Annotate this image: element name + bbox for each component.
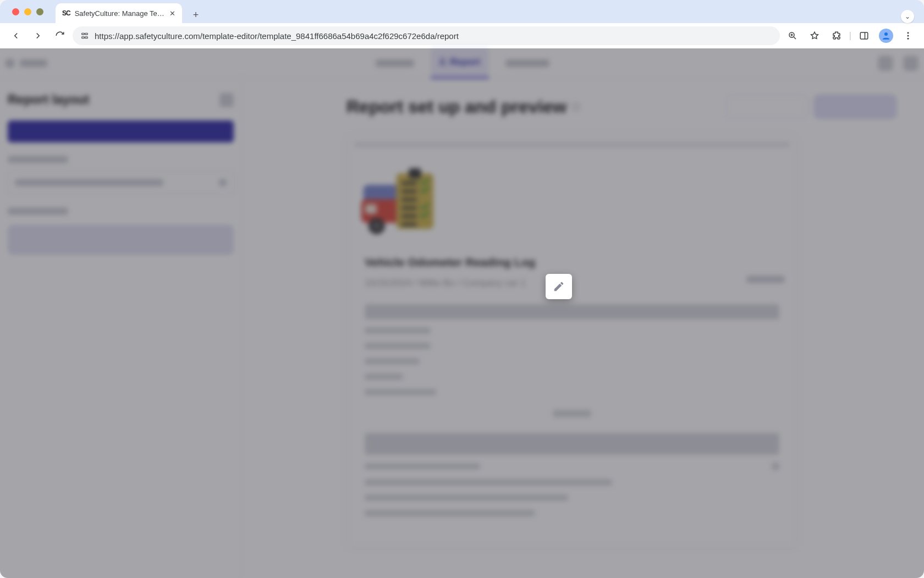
window-zoom-icon[interactable] bbox=[36, 8, 43, 15]
reload-button[interactable] bbox=[51, 26, 69, 45]
tab-title: SafetyCulture: Manage Teams and... bbox=[75, 9, 165, 18]
svg-rect-26 bbox=[402, 223, 417, 226]
url-text: https://app.safetyculture.com/template-e… bbox=[95, 31, 459, 41]
window-minimize-icon[interactable] bbox=[24, 8, 31, 15]
menu-icon[interactable] bbox=[899, 26, 917, 45]
svg-rect-24 bbox=[402, 206, 417, 210]
svg-rect-2 bbox=[82, 37, 85, 38]
extensions-icon[interactable] bbox=[827, 26, 846, 45]
header-action-1[interactable] bbox=[878, 56, 893, 71]
info-icon[interactable] bbox=[572, 103, 580, 111]
tab-close-icon[interactable]: ✕ bbox=[169, 9, 175, 18]
svg-rect-3 bbox=[85, 37, 88, 38]
page-title: Report set up and preview bbox=[346, 97, 566, 117]
sidebar-section-label bbox=[8, 156, 68, 163]
secondary-action-button[interactable] bbox=[726, 95, 809, 119]
step-report-label: 2. Report bbox=[439, 57, 480, 68]
svg-point-18 bbox=[373, 222, 380, 229]
favicon-icon: SC bbox=[62, 9, 70, 17]
chevron-down-icon bbox=[219, 179, 227, 186]
side-panel-icon[interactable] bbox=[855, 26, 873, 45]
back-button[interactable] bbox=[7, 26, 25, 45]
sidebar-collapse-icon[interactable] bbox=[219, 93, 234, 107]
primary-action-button[interactable] bbox=[814, 95, 897, 119]
svg-rect-16 bbox=[365, 205, 377, 214]
svg-rect-8 bbox=[860, 32, 868, 39]
sidebar: Report layout bbox=[0, 78, 242, 578]
svg-rect-0 bbox=[82, 33, 85, 35]
browser-tabstrip: SC SafetyCulture: Manage Teams and... ✕ … bbox=[0, 0, 924, 23]
browser-toolbar: https://app.safetyculture.com/template-e… bbox=[0, 23, 924, 48]
pencil-icon bbox=[553, 280, 565, 293]
svg-rect-21 bbox=[402, 181, 417, 185]
svg-line-5 bbox=[794, 37, 796, 39]
svg-rect-20 bbox=[409, 168, 421, 179]
tabs-dropdown-icon[interactable]: ⌄ bbox=[901, 10, 914, 23]
sidebar-primary-item[interactable] bbox=[8, 120, 234, 142]
header-action-2[interactable] bbox=[903, 56, 919, 71]
edit-subtitle-button[interactable] bbox=[546, 274, 572, 299]
svg-rect-23 bbox=[402, 198, 417, 201]
svg-rect-22 bbox=[402, 190, 417, 193]
window-close-icon[interactable] bbox=[12, 8, 19, 15]
forward-button[interactable] bbox=[29, 26, 47, 45]
sidebar-section-label-2 bbox=[8, 207, 68, 215]
report-title: Vehicle Odometer Reading Log bbox=[365, 256, 790, 269]
zoom-icon[interactable] bbox=[783, 26, 802, 45]
svg-rect-25 bbox=[402, 214, 417, 218]
status-badge bbox=[746, 276, 785, 283]
browser-tab[interactable]: SC SafetyCulture: Manage Teams and... ✕ bbox=[56, 3, 182, 23]
sidebar-title: Report layout bbox=[8, 92, 89, 107]
svg-point-11 bbox=[908, 32, 909, 34]
svg-point-10 bbox=[884, 32, 888, 36]
sidebar-select[interactable] bbox=[8, 171, 234, 194]
step-report-tab[interactable]: 2. Report bbox=[431, 48, 489, 79]
bookmark-icon[interactable] bbox=[805, 26, 824, 45]
svg-point-13 bbox=[908, 38, 909, 40]
svg-point-12 bbox=[908, 35, 909, 37]
site-settings-icon[interactable] bbox=[80, 31, 89, 40]
report-logo bbox=[359, 159, 442, 241]
report-subtitle: 10/15/2024 / Millie Bo / Company car 1 bbox=[365, 278, 790, 289]
window-controls bbox=[4, 0, 49, 23]
profile-button[interactable] bbox=[877, 26, 895, 45]
svg-rect-1 bbox=[85, 33, 88, 35]
app-header: 2. Report bbox=[0, 48, 924, 78]
report-preview-card: Vehicle Odometer Reading Log 10/15/2024 … bbox=[346, 134, 798, 548]
sidebar-option-card[interactable] bbox=[8, 225, 234, 255]
address-bar[interactable]: https://app.safetyculture.com/template-e… bbox=[73, 26, 780, 45]
new-tab-button[interactable]: + bbox=[188, 7, 204, 23]
